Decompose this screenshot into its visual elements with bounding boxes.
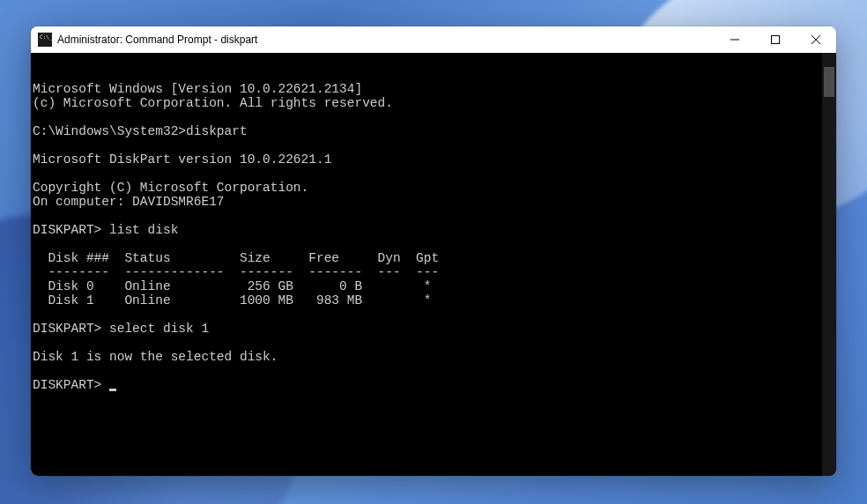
terminal-line: Microsoft Windows [Version 10.0.22621.21… bbox=[33, 82, 836, 96]
terminal-line bbox=[33, 209, 836, 223]
titlebar[interactable]: Administrator: Command Prompt - diskpart bbox=[31, 26, 836, 53]
terminal-line: DISKPART> select disk 1 bbox=[33, 322, 836, 336]
scrollbar[interactable] bbox=[822, 53, 836, 476]
terminal-line bbox=[33, 138, 836, 152]
terminal-line bbox=[33, 364, 836, 378]
window-controls bbox=[715, 26, 836, 53]
terminal-line: Disk 1 is now the selected disk. bbox=[33, 350, 836, 364]
close-icon bbox=[811, 35, 820, 44]
terminal-line: Disk ### Status Size Free Dyn Gpt bbox=[33, 251, 836, 265]
scrollbar-thumb[interactable] bbox=[824, 67, 834, 97]
terminal-line: Disk 0 Online 256 GB 0 B * bbox=[33, 279, 836, 293]
terminal-line: DISKPART> list disk bbox=[33, 223, 836, 237]
close-button[interactable] bbox=[796, 26, 836, 53]
terminal-line bbox=[33, 237, 836, 251]
terminal-line bbox=[33, 308, 836, 322]
maximize-button[interactable] bbox=[755, 26, 796, 53]
terminal-line bbox=[33, 110, 836, 124]
terminal-line: Disk 1 Online 1000 MB 983 MB * bbox=[33, 293, 836, 308]
command-prompt-window: Administrator: Command Prompt - diskpart… bbox=[31, 26, 836, 476]
window-title: Administrator: Command Prompt - diskpart bbox=[57, 33, 715, 46]
terminal-line: (c) Microsoft Corporation. All rights re… bbox=[33, 96, 836, 110]
terminal-line: -------- ------------- ------- ------- -… bbox=[33, 265, 836, 279]
cursor bbox=[109, 389, 116, 391]
minimize-button[interactable] bbox=[715, 26, 755, 53]
terminal-line: C:\Windows\System32>diskpart bbox=[33, 124, 836, 138]
minimize-icon bbox=[730, 35, 739, 44]
terminal-output[interactable]: Microsoft Windows [Version 10.0.22621.21… bbox=[31, 53, 836, 476]
terminal-line: DISKPART> bbox=[33, 378, 836, 392]
terminal-line: Copyright (C) Microsoft Corporation. bbox=[33, 181, 836, 195]
terminal-line: Microsoft DiskPart version 10.0.22621.1 bbox=[33, 152, 836, 167]
svg-rect-1 bbox=[772, 36, 780, 44]
terminal-line bbox=[33, 336, 836, 350]
maximize-icon bbox=[771, 35, 780, 44]
terminal-line: On computer: DAVIDSMR6E17 bbox=[33, 195, 836, 209]
cmd-icon bbox=[38, 33, 52, 47]
terminal-line bbox=[33, 167, 836, 181]
